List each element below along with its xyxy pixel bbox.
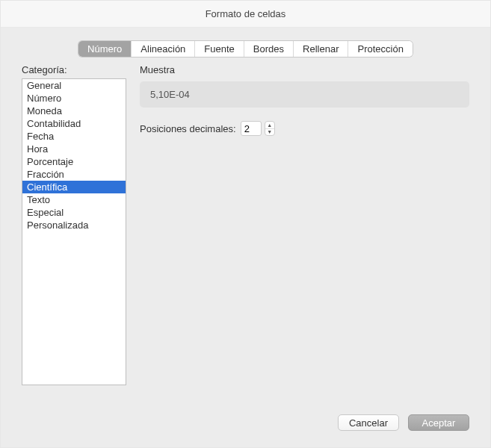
- spin-down-button[interactable]: ▼: [265, 129, 274, 136]
- spin-up-button[interactable]: ▲: [265, 122, 274, 129]
- window-titlebar: Formato de celdas: [1, 1, 490, 28]
- category-item-cientifica[interactable]: Científica: [22, 181, 126, 193]
- category-label: Categoría:: [22, 64, 126, 75]
- tab-bordes[interactable]: Bordes: [244, 41, 294, 57]
- category-item-especial[interactable]: Especial: [22, 206, 126, 219]
- dialog-content: Número Alineación Fuente Bordes Rellenar…: [1, 28, 490, 447]
- category-item-texto[interactable]: Texto: [22, 193, 126, 206]
- ok-button[interactable]: Aceptar: [408, 414, 469, 431]
- category-item-contabilidad[interactable]: Contabilidad: [22, 117, 126, 130]
- category-item-porcentaje[interactable]: Porcentaje: [22, 155, 126, 168]
- category-item-personalizada[interactable]: Personalizada: [22, 219, 126, 231]
- category-column: Categoría: General Número Moneda Contabi…: [22, 64, 126, 385]
- sample-box: 5,10E-04: [140, 81, 469, 108]
- decimals-spinner: ▲ ▼: [241, 121, 275, 136]
- spin-buttons: ▲ ▼: [265, 121, 275, 136]
- window-title: Formato de celdas: [206, 8, 286, 19]
- tabs-container: Número Alineación Fuente Bordes Rellenar…: [22, 41, 469, 57]
- dialog-footer: Cancelar Aceptar: [338, 414, 469, 431]
- decimal-row: Posiciones decimales: ▲ ▼: [140, 121, 469, 136]
- tab-numero[interactable]: Número: [78, 41, 132, 57]
- category-item-fecha[interactable]: Fecha: [22, 130, 126, 143]
- category-item-moneda[interactable]: Moneda: [22, 105, 126, 117]
- tablist: Número Alineación Fuente Bordes Rellenar…: [78, 41, 413, 57]
- tab-fuente[interactable]: Fuente: [195, 41, 244, 57]
- options-column: Muestra 5,10E-04 Posiciones decimales: ▲…: [140, 64, 469, 385]
- decimals-input[interactable]: [241, 121, 262, 136]
- sample-value: 5,10E-04: [150, 89, 190, 100]
- category-item-general[interactable]: General: [22, 79, 126, 92]
- sample-label: Muestra: [140, 64, 469, 75]
- category-item-fraccion[interactable]: Fracción: [22, 168, 126, 181]
- cancel-button[interactable]: Cancelar: [338, 414, 399, 431]
- format-cells-dialog: Formato de celdas Número Alineación Fuen…: [0, 0, 491, 448]
- tab-alineacion[interactable]: Alineación: [132, 41, 195, 57]
- tab-proteccion[interactable]: Protección: [348, 41, 412, 57]
- category-item-numero[interactable]: Número: [22, 92, 126, 105]
- body-row: Categoría: General Número Moneda Contabi…: [22, 64, 469, 385]
- tab-rellenar[interactable]: Rellenar: [294, 41, 348, 57]
- decimals-label: Posiciones decimales:: [140, 123, 236, 134]
- category-listbox[interactable]: General Número Moneda Contabilidad Fecha…: [22, 78, 126, 385]
- category-item-hora[interactable]: Hora: [22, 143, 126, 155]
